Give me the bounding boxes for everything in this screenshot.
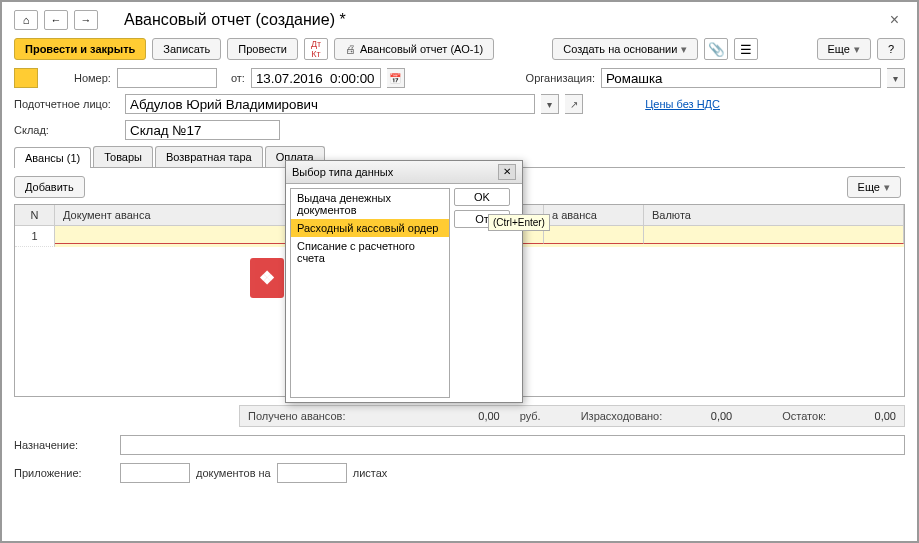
docs-on-label: документов на (196, 467, 271, 479)
balance-value: 0,00 (846, 410, 896, 422)
dialog-close-icon[interactable]: ✕ (498, 164, 516, 180)
date-picker-icon[interactable]: 📅 (387, 68, 405, 88)
print-button[interactable]: 🖨Авансовый отчет (АО-1) (334, 38, 494, 60)
type-item-bank-writeoff[interactable]: Списание с расчетного счета (291, 237, 449, 267)
col-currency: Валюта (644, 205, 904, 225)
save-button[interactable]: Записать (152, 38, 221, 60)
org-open-icon[interactable]: ▾ (887, 68, 905, 88)
list-icon[interactable]: ☰ (734, 38, 758, 60)
rub-label: руб. (520, 410, 541, 422)
number-input[interactable] (117, 68, 217, 88)
back-button[interactable]: ← (44, 10, 68, 30)
status-badge (14, 68, 38, 88)
received-label: Получено авансов: (248, 410, 345, 422)
person-label: Подотчетное лицо: (14, 98, 119, 110)
attachment-sheets-input[interactable] (277, 463, 347, 483)
forward-button[interactable]: → (74, 10, 98, 30)
type-select-dialog: Выбор типа данных ✕ Выдача денежных доку… (285, 160, 523, 403)
type-item-cash-order[interactable]: Расходный кассовый ордер (291, 219, 449, 237)
spent-label: Израсходовано: (581, 410, 663, 422)
number-label: Номер: (74, 72, 111, 84)
help-button[interactable]: ? (877, 38, 905, 60)
col-n: N (15, 205, 55, 225)
sheets-label: листах (353, 467, 388, 479)
add-row-button[interactable]: Добавить (14, 176, 85, 198)
person-open-icon[interactable]: ↗ (565, 94, 583, 114)
summary-bar: Получено авансов: 0,00 руб. Израсходован… (239, 405, 905, 427)
received-value: 0,00 (450, 410, 500, 422)
purpose-input[interactable] (120, 435, 905, 455)
page-title: Авансовый отчет (создание) * (124, 11, 346, 29)
tab-advances[interactable]: Авансы (1) (14, 147, 91, 168)
dialog-title-text: Выбор типа данных (292, 166, 393, 178)
warehouse-input[interactable] (125, 120, 280, 140)
type-item-money-docs[interactable]: Выдача денежных документов (291, 189, 449, 219)
create-based-button[interactable]: Создать на основании (552, 38, 698, 60)
more-button[interactable]: Еще (817, 38, 871, 60)
col-sum: а аванса (544, 205, 644, 225)
person-dropdown-icon[interactable]: ▾ (541, 94, 559, 114)
dt-icon[interactable]: ДтКт (304, 38, 328, 60)
type-list[interactable]: Выдача денежных документов Расходный кас… (290, 188, 450, 398)
from-label: от: (231, 72, 245, 84)
close-icon[interactable]: × (884, 11, 905, 29)
date-input[interactable] (251, 68, 381, 88)
cell-n: 1 (15, 226, 55, 247)
person-input[interactable] (125, 94, 535, 114)
post-button[interactable]: Провести (227, 38, 298, 60)
attachment-docs-input[interactable] (120, 463, 190, 483)
shortcut-tooltip: (Ctrl+Enter) (488, 214, 550, 231)
balance-label: Остаток: (782, 410, 826, 422)
tab-returnable[interactable]: Возвратная тара (155, 146, 263, 167)
cell-cur[interactable] (644, 226, 904, 244)
clip-icon[interactable]: 📎 (704, 38, 728, 60)
tab-more-button[interactable]: Еще (847, 176, 901, 198)
attachment-label: Приложение: (14, 467, 114, 479)
cell-sum[interactable] (544, 226, 644, 244)
home-button[interactable]: ⌂ (14, 10, 38, 30)
dialog-ok-button[interactable]: OK (454, 188, 510, 206)
warehouse-label: Склад: (14, 124, 119, 136)
post-close-button[interactable]: Провести и закрыть (14, 38, 146, 60)
tab-goods[interactable]: Товары (93, 146, 153, 167)
price-type-link[interactable]: Цены без НДС (645, 98, 720, 110)
spent-value: 0,00 (682, 410, 732, 422)
org-input[interactable] (601, 68, 881, 88)
purpose-label: Назначение: (14, 439, 114, 451)
org-label: Организация: (526, 72, 595, 84)
